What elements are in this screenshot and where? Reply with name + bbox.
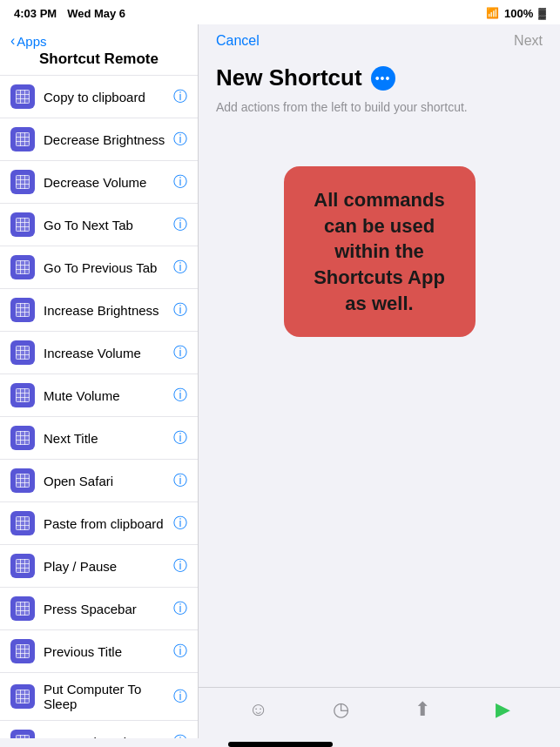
item-label: Go To Next Tab: [44, 218, 166, 232]
status-bar: 4:03 PM Wed May 6 📶 100% ▓: [0, 0, 560, 24]
list-item[interactable]: Decrease Volumeⓘ: [0, 161, 198, 204]
toolbar-share-button[interactable]: ⬆: [406, 695, 439, 724]
home-indicator: [228, 742, 333, 747]
right-panel: Cancel Next New Shortcut ••• Add actions…: [199, 24, 560, 738]
item-label: Decrease Brightness: [44, 132, 166, 147]
bottom-toolbar: ☺ ◷ ⬆ ▶: [199, 687, 560, 738]
item-label: Previous Title: [44, 644, 166, 659]
main-layout: ‹ Apps Shortcut Remote Copy to clipboard…: [0, 24, 560, 738]
item-icon: [10, 639, 35, 663]
back-label: Apps: [17, 34, 46, 49]
list-item[interactable]: Previous Titleⓘ: [0, 630, 198, 673]
left-panel: ‹ Apps Shortcut Remote Copy to clipboard…: [0, 24, 199, 738]
info-icon[interactable]: ⓘ: [173, 259, 187, 277]
item-label: Increase Brightness: [44, 303, 166, 318]
right-header: Cancel Next: [199, 24, 560, 56]
item-icon: [10, 468, 35, 493]
tooltip-text: All commands can be used within the Shor…: [303, 187, 456, 316]
info-icon[interactable]: ⓘ: [173, 88, 187, 106]
more-dots-icon: •••: [375, 72, 391, 84]
wifi-icon: 📶: [486, 7, 499, 19]
back-chevron-icon: ‹: [10, 33, 15, 49]
info-icon[interactable]: ⓘ: [173, 131, 187, 149]
item-icon: [10, 596, 35, 621]
battery-icon: ▓: [538, 7, 546, 19]
info-icon[interactable]: ⓘ: [173, 557, 187, 575]
info-icon[interactable]: ⓘ: [173, 472, 187, 490]
list-item[interactable]: Mute Volumeⓘ: [0, 374, 198, 417]
list-item[interactable]: Go To Previous Tabⓘ: [0, 246, 198, 289]
right-content: New Shortcut ••• Add actions from the le…: [199, 56, 560, 687]
list-item[interactable]: Increase Brightnessⓘ: [0, 289, 198, 332]
item-icon: [10, 212, 35, 237]
item-label: Run AppleScript: [44, 735, 166, 739]
item-icon: [10, 511, 35, 535]
item-label: Increase Volume: [44, 346, 166, 360]
list-item[interactable]: Play / Pauseⓘ: [0, 545, 198, 588]
list-item[interactable]: Next Titleⓘ: [0, 417, 198, 460]
list-item[interactable]: Open Safariⓘ: [0, 460, 198, 502]
toolbar-clock-button[interactable]: ◷: [324, 695, 358, 724]
next-button: Next: [514, 33, 543, 49]
list-item[interactable]: Run AppleScriptⓘ: [0, 721, 198, 738]
more-button[interactable]: •••: [371, 66, 395, 91]
item-label: Decrease Volume: [44, 175, 166, 190]
list-item[interactable]: Go To Next Tabⓘ: [0, 204, 198, 246]
info-icon[interactable]: ⓘ: [173, 301, 187, 320]
status-right: 📶 100% ▓: [486, 7, 546, 20]
item-icon: [10, 340, 35, 365]
item-icon: [10, 554, 35, 578]
left-header: ‹ Apps Shortcut Remote: [0, 24, 198, 76]
battery-label: 100%: [504, 7, 533, 20]
list-item[interactable]: Increase Volumeⓘ: [0, 332, 198, 374]
list-item[interactable]: Put Computer To Sleepⓘ: [0, 673, 198, 721]
item-label: Open Safari: [44, 474, 166, 488]
item-icon: [10, 170, 35, 194]
toolbar-play-button[interactable]: ▶: [487, 695, 519, 724]
list-item[interactable]: Paste from clipboardⓘ: [0, 502, 198, 545]
info-icon[interactable]: ⓘ: [173, 216, 187, 234]
tooltip-card: All commands can be used within the Shor…: [284, 166, 476, 337]
nav-back[interactable]: ‹ Apps: [10, 33, 187, 49]
item-label: Copy to clipboard: [44, 90, 166, 104]
item-label: Mute Volume: [44, 388, 166, 403]
item-label: Put Computer To Sleep: [44, 682, 166, 711]
status-date: Wed May 6: [67, 7, 125, 20]
list-item[interactable]: Copy to clipboardⓘ: [0, 76, 198, 118]
status-time: 4:03 PM: [14, 7, 57, 20]
item-label: Press Spacebar: [44, 602, 166, 616]
item-label: Go To Previous Tab: [44, 260, 166, 275]
left-panel-title: Shortcut Remote: [10, 50, 187, 68]
item-icon: [10, 684, 35, 709]
item-icon: [10, 730, 35, 738]
item-icon: [10, 426, 35, 450]
item-icon: [10, 298, 35, 322]
item-label: Play / Pause: [44, 559, 166, 574]
item-icon: [10, 383, 35, 407]
status-left: 4:03 PM Wed May 6: [14, 7, 125, 20]
toolbar-smiley-button[interactable]: ☺: [240, 695, 276, 724]
info-icon[interactable]: ⓘ: [173, 429, 187, 448]
info-icon[interactable]: ⓘ: [173, 387, 187, 405]
info-icon[interactable]: ⓘ: [173, 515, 187, 533]
info-icon[interactable]: ⓘ: [173, 733, 187, 739]
item-label: Paste from clipboard: [44, 516, 166, 531]
info-icon[interactable]: ⓘ: [173, 688, 187, 706]
shortcut-title-row: New Shortcut •••: [216, 64, 543, 91]
add-actions-hint: Add actions from the left to build your …: [216, 100, 543, 114]
shortcut-title: New Shortcut: [216, 64, 362, 91]
info-icon[interactable]: ⓘ: [173, 344, 187, 362]
info-icon[interactable]: ⓘ: [173, 643, 187, 661]
item-icon: [10, 84, 35, 109]
item-label: Next Title: [44, 431, 166, 446]
info-icon[interactable]: ⓘ: [173, 600, 187, 618]
list-item[interactable]: Press Spacebarⓘ: [0, 588, 198, 630]
info-icon[interactable]: ⓘ: [173, 173, 187, 192]
left-list: Copy to clipboardⓘDecrease BrightnessⓘDe…: [0, 76, 198, 738]
cancel-button[interactable]: Cancel: [216, 33, 260, 49]
list-item[interactable]: Decrease Brightnessⓘ: [0, 118, 198, 161]
item-icon: [10, 127, 35, 151]
item-icon: [10, 255, 35, 279]
